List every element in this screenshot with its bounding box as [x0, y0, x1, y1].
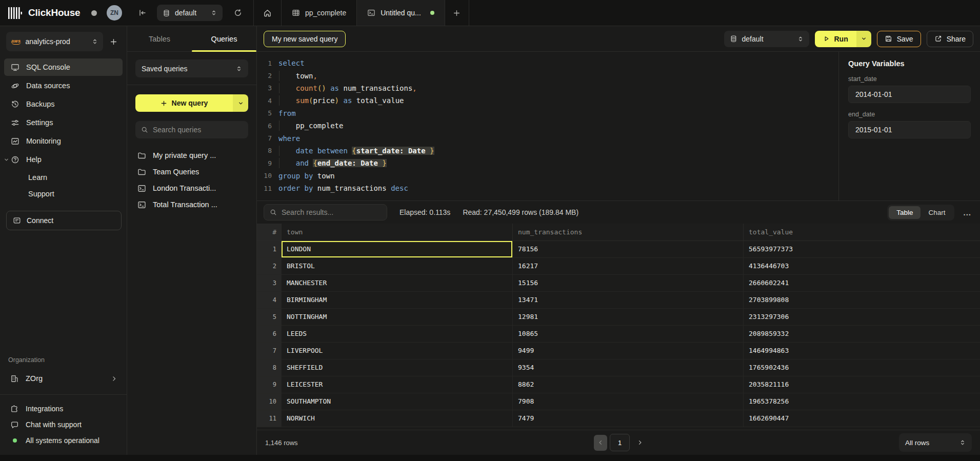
collapse-sidebar-icon[interactable]	[133, 4, 152, 22]
page-number-input[interactable]	[610, 434, 630, 451]
table-cell[interactable]: 9354	[513, 359, 744, 376]
more-options-icon[interactable]: ...	[961, 208, 973, 217]
end-date-field[interactable]	[848, 121, 971, 138]
column-header-town[interactable]: town	[282, 224, 513, 241]
table-cell[interactable]: 1765902436	[744, 359, 980, 376]
sidebar-footer-all-systems-operational[interactable]: All systems operational	[4, 433, 123, 448]
table-cell[interactable]: BRISTOL	[282, 258, 513, 275]
table-cell[interactable]: SOUTHAMPTON	[282, 393, 513, 410]
column-header-num-transactions[interactable]: num_transactions	[513, 224, 744, 241]
table-cell[interactable]: 9499	[513, 343, 744, 359]
sql-editor[interactable]: 1select2 town,3 count() as num_transacti…	[257, 52, 838, 201]
sidebar-subitem-support[interactable]: Support	[4, 186, 123, 202]
workspace-selector[interactable]: aws analytics-prod	[6, 32, 103, 51]
avatar[interactable]: ZN	[107, 5, 122, 21]
new-query-dropdown[interactable]	[233, 94, 248, 112]
sidebar-item-monitoring[interactable]: Monitoring	[4, 132, 123, 150]
row-index[interactable]: 7	[257, 343, 282, 359]
sidebar-item-sql-console[interactable]: SQL Console	[4, 58, 123, 76]
table-cell[interactable]: 2035821116	[744, 376, 980, 393]
sidebar-subitem-learn[interactable]: Learn	[4, 169, 123, 185]
table-cell[interactable]: 2660602241	[744, 275, 980, 292]
code-line-6[interactable]: 6 pp_complete	[257, 119, 838, 132]
table-cell[interactable]: 10865	[513, 326, 744, 343]
saved-query-my-private-query[interactable]: My private query ...	[135, 147, 248, 164]
row-index[interactable]: 5	[257, 309, 282, 326]
sidebar-item-backups[interactable]: Backups	[4, 95, 123, 113]
table-cell[interactable]: 2313297306	[744, 309, 980, 326]
table-cell[interactable]: 2703899808	[744, 292, 980, 309]
new-tab-button[interactable]	[445, 0, 469, 26]
connect-button[interactable]: Connect	[6, 211, 122, 230]
sidebar-item-settings[interactable]: Settings	[4, 114, 123, 131]
new-query-button[interactable]: New query	[135, 94, 248, 112]
view-chart-button[interactable]: Chart	[921, 206, 953, 219]
search-results-input[interactable]	[282, 208, 381, 216]
table-cell[interactable]: LEEDS	[282, 326, 513, 343]
row-index[interactable]: 10	[257, 393, 282, 410]
row-index[interactable]: 4	[257, 292, 282, 309]
code-line-8[interactable]: 8 date between {start_date: Date }	[257, 145, 838, 157]
code-line-7[interactable]: 7where	[257, 132, 838, 144]
run-dropdown[interactable]	[856, 31, 871, 47]
saved-query-team-queries[interactable]: Team Queries	[135, 164, 248, 180]
table-cell[interactable]: 8862	[513, 376, 744, 393]
saved-query-total-transaction[interactable]: Total Transaction ...	[135, 196, 248, 213]
row-index[interactable]: 6	[257, 326, 282, 343]
save-button[interactable]: Save	[877, 31, 921, 47]
table-cell[interactable]: BIRMINGHAM	[282, 292, 513, 309]
sidebar-item-help[interactable]: Help	[4, 151, 123, 168]
selected-cell[interactable]: LONDON	[282, 241, 513, 258]
column-header-index[interactable]: #	[257, 224, 282, 241]
page-size-select[interactable]: All rows	[899, 433, 972, 452]
table-cell[interactable]: 16217	[513, 258, 744, 275]
topbar-database-selector[interactable]: default	[157, 5, 223, 21]
table-cell[interactable]: 13471	[513, 292, 744, 309]
add-service-button[interactable]	[104, 32, 123, 51]
tab-untitled-query[interactable]: Untitled qu...	[357, 0, 445, 26]
code-line-3[interactable]: 3 count() as num_transactions,	[257, 82, 838, 94]
table-cell[interactable]: 56593977373	[744, 241, 980, 258]
saved-query-tab[interactable]: My new saved query	[264, 31, 346, 47]
row-index[interactable]: 9	[257, 376, 282, 393]
table-cell[interactable]: 1662690447	[744, 410, 980, 427]
table-cell[interactable]: 1464994863	[744, 343, 980, 359]
table-cell[interactable]: 7908	[513, 393, 744, 410]
table-cell[interactable]: 7479	[513, 410, 744, 427]
new-query-main[interactable]: New query	[135, 94, 233, 112]
row-index[interactable]: 3	[257, 275, 282, 292]
sidebar-item-data-sources[interactable]: Data sources	[4, 77, 123, 94]
table-cell[interactable]: LEICESTER	[282, 376, 513, 393]
code-line-2[interactable]: 2 town,	[257, 69, 838, 82]
code-line-4[interactable]: 4 sum(price) as total_value	[257, 94, 838, 107]
view-table-button[interactable]: Table	[889, 206, 921, 219]
table-cell[interactable]: SHEFFIELD	[282, 359, 513, 376]
search-queries-input[interactable]	[153, 126, 243, 134]
column-header-total-value[interactable]: total_value	[744, 224, 980, 241]
code-line-5[interactable]: 5from	[257, 107, 838, 119]
home-icon[interactable]	[254, 0, 282, 26]
row-index[interactable]: 1	[257, 241, 282, 258]
table-cell[interactable]: 1965378256	[744, 393, 980, 410]
table-cell[interactable]: 12981	[513, 309, 744, 326]
next-page-button[interactable]	[637, 439, 643, 446]
code-line-1[interactable]: 1select	[257, 57, 838, 69]
run-database-selector[interactable]: default	[724, 31, 809, 47]
organization-item[interactable]: ZOrg	[4, 370, 123, 387]
clickhouse-logo-icon[interactable]	[8, 7, 22, 19]
table-cell[interactable]: NOTTINGHAM	[282, 309, 513, 326]
refresh-icon[interactable]	[229, 4, 247, 22]
code-line-11[interactable]: 11order by num_transactions desc	[257, 182, 838, 194]
table-cell[interactable]: MANCHESTER	[282, 275, 513, 292]
tab-tables[interactable]: Tables	[127, 26, 192, 51]
saved-queries-filter-select[interactable]: Saved queries	[135, 59, 248, 77]
table-cell[interactable]: NORWICH	[282, 410, 513, 427]
row-index[interactable]: 2	[257, 258, 282, 275]
previous-page-button[interactable]	[594, 435, 607, 451]
saved-query-london-transacti[interactable]: London Transacti...	[135, 180, 248, 196]
table-cell[interactable]: 4136446703	[744, 258, 980, 275]
table-cell[interactable]: 15156	[513, 275, 744, 292]
start-date-field[interactable]	[848, 86, 971, 103]
share-button[interactable]: Share	[927, 31, 973, 47]
tab-pp-complete[interactable]: pp_complete	[282, 0, 357, 26]
